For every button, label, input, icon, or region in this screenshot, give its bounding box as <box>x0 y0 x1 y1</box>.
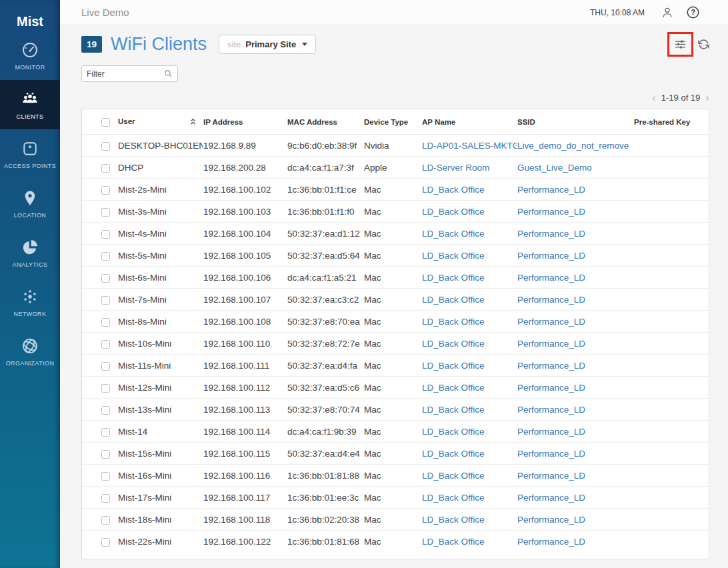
column-header-ssid[interactable]: SSID <box>517 109 634 135</box>
row-checkbox[interactable] <box>101 472 110 481</box>
cell-user: Mist-18s-Mini <box>118 509 203 531</box>
row-checkbox[interactable] <box>101 274 110 283</box>
column-header-ip[interactable]: IP Address <box>203 109 287 135</box>
row-checkbox[interactable] <box>101 252 110 261</box>
ap-name-link[interactable]: LD_Back Office <box>422 229 485 239</box>
ssid-link[interactable]: Performance_LD <box>517 449 585 459</box>
ssid-link[interactable]: Performance_LD <box>517 383 585 393</box>
column-header-psk[interactable]: Pre-shared Key <box>634 109 709 135</box>
ssid-link[interactable]: Performance_LD <box>517 207 585 217</box>
ssid-link[interactable]: Performance_LD <box>517 339 585 349</box>
ssid-link[interactable]: Performance_LD <box>517 361 585 371</box>
ap-name-link[interactable]: LD-AP01-SALES-MKTG <box>422 141 517 151</box>
table-row: Mist-15s-Mini 192.168.100.115 50:32:37:e… <box>82 443 709 465</box>
table-row: Mist-14 192.168.100.114 dc:a4:ca:f1:9b:3… <box>82 421 709 443</box>
row-checkbox[interactable] <box>101 538 110 547</box>
ap-name-link[interactable]: LD_Back Office <box>422 361 485 371</box>
ap-name-link[interactable]: LD_Back Office <box>422 383 485 393</box>
ap-name-link[interactable]: LD_Back Office <box>422 537 485 547</box>
ap-name-link[interactable]: LD_Back Office <box>422 185 485 195</box>
ap-name-link[interactable]: LD_Back Office <box>422 515 485 525</box>
row-checkbox[interactable] <box>101 406 110 415</box>
row-checkbox[interactable] <box>101 340 110 349</box>
sidebar-item-clients[interactable]: CLIENTS <box>0 80 60 129</box>
cell-device-type: Mac <box>364 509 422 531</box>
ssid-link[interactable]: Performance_LD <box>517 251 585 261</box>
ssid-link[interactable]: Performance_LD <box>517 427 585 437</box>
ap-name-link[interactable]: LD_Back Office <box>422 339 485 349</box>
ap-name-link[interactable]: LD-Server Room <box>422 163 489 173</box>
cell-ip-address: 192.168.100.108 <box>203 311 287 333</box>
table-settings-sliders-icon[interactable] <box>673 37 687 51</box>
cell-device-type: Mac <box>364 245 422 267</box>
cell-pre-shared-key <box>634 443 709 465</box>
sidebar-item-label: ACCESS POINTS <box>4 163 56 169</box>
cell-mac-address: dc:a4:ca:f1:a5:21 <box>287 267 364 289</box>
column-header-mac[interactable]: MAC Address <box>287 109 364 135</box>
ap-name-link[interactable]: LD_Back Office <box>422 493 485 503</box>
ap-name-link[interactable]: LD_Back Office <box>422 449 485 459</box>
sidebar-item-organization[interactable]: ORGANIZATION <box>0 327 60 376</box>
table-row: Mist-2s-Mini 192.168.100.102 1c:36:bb:01… <box>82 179 709 201</box>
table-row: Mist-22s-Mini 192.168.100.122 1c:36:bb:0… <box>82 531 709 553</box>
row-checkbox[interactable] <box>101 362 110 371</box>
help-icon[interactable]: ? <box>686 5 700 19</box>
filter-input[interactable] <box>87 69 164 79</box>
sidebar-item-network[interactable]: NETWORK <box>0 277 60 327</box>
ssid-link[interactable]: Performance_LD <box>517 185 585 195</box>
column-header-user[interactable]: User <box>118 109 203 135</box>
cell-mac-address: 50:32:37:ea:d4:fa <box>287 355 364 377</box>
ssid-link[interactable]: Performance_LD <box>517 537 585 547</box>
sidebar-item-location[interactable]: LOCATION <box>0 179 60 228</box>
refresh-icon[interactable] <box>698 39 709 50</box>
row-checkbox[interactable] <box>101 186 110 195</box>
sidebar-item-monitor[interactable]: MONITOR <box>0 31 60 80</box>
cell-device-type: Mac <box>364 465 422 487</box>
prev-page-icon[interactable]: ‹ <box>652 92 656 103</box>
ssid-link[interactable]: Performance_LD <box>517 273 585 283</box>
mist-logo[interactable]: Mist <box>0 0 60 31</box>
ap-name-link[interactable]: LD_Back Office <box>422 207 485 217</box>
map-pin-icon <box>21 189 39 207</box>
column-header-ap-name[interactable]: AP Name <box>422 109 517 135</box>
ssid-link[interactable]: Performance_LD <box>517 229 585 239</box>
ssid-link[interactable]: Performance_LD <box>517 515 585 525</box>
sidebar-item-access-points[interactable]: ACCESS POINTS <box>0 129 60 179</box>
ap-name-link[interactable]: LD_Back Office <box>422 295 485 305</box>
ap-name-link[interactable]: LD_Back Office <box>422 317 485 327</box>
column-header-device-type[interactable]: Device Type <box>364 109 422 135</box>
next-page-icon[interactable]: › <box>705 92 709 103</box>
row-checkbox[interactable] <box>101 494 110 503</box>
ap-name-link[interactable]: LD_Back Office <box>422 427 485 437</box>
table-row: Mist-17s-Mini 192.168.100.117 1c:36:bb:0… <box>82 487 709 509</box>
row-checkbox[interactable] <box>101 450 110 459</box>
sidebar-item-analytics[interactable]: ANALYTICS <box>0 228 60 277</box>
ssid-link[interactable]: Performance_LD <box>517 493 585 503</box>
row-checkbox[interactable] <box>101 164 110 173</box>
cell-ip-address: 192.168.100.107 <box>203 289 287 311</box>
cell-pre-shared-key <box>634 421 709 443</box>
ap-name-link[interactable]: LD_Back Office <box>422 405 485 415</box>
ap-name-link[interactable]: LD_Back Office <box>422 273 485 283</box>
svg-text:?: ? <box>691 8 695 16</box>
row-checkbox[interactable] <box>101 296 110 305</box>
ssid-link[interactable]: Performance_LD <box>517 295 585 305</box>
user-avatar-icon[interactable] <box>661 6 674 19</box>
row-checkbox[interactable] <box>101 516 110 525</box>
ssid-link[interactable]: Performance_LD <box>517 471 585 481</box>
ssid-link[interactable]: Performance_LD <box>517 317 585 327</box>
row-checkbox[interactable] <box>101 142 110 151</box>
row-checkbox[interactable] <box>101 230 110 239</box>
row-checkbox[interactable] <box>101 428 110 437</box>
cell-mac-address: 9c:b6:d0:eb:38:9f <box>287 135 364 157</box>
select-all-checkbox[interactable] <box>101 118 110 127</box>
row-checkbox[interactable] <box>101 208 110 217</box>
row-checkbox[interactable] <box>101 318 110 327</box>
ap-name-link[interactable]: LD_Back Office <box>422 471 485 481</box>
ap-name-link[interactable]: LD_Back Office <box>422 251 485 261</box>
site-selector[interactable]: site Primary Site <box>219 35 316 54</box>
row-checkbox[interactable] <box>101 384 110 393</box>
ssid-link[interactable]: Performance_LD <box>517 405 585 415</box>
ssid-link[interactable]: Live_demo_do_not_remove <box>517 141 629 151</box>
ssid-link[interactable]: Guest_Live_Demo <box>517 163 592 173</box>
